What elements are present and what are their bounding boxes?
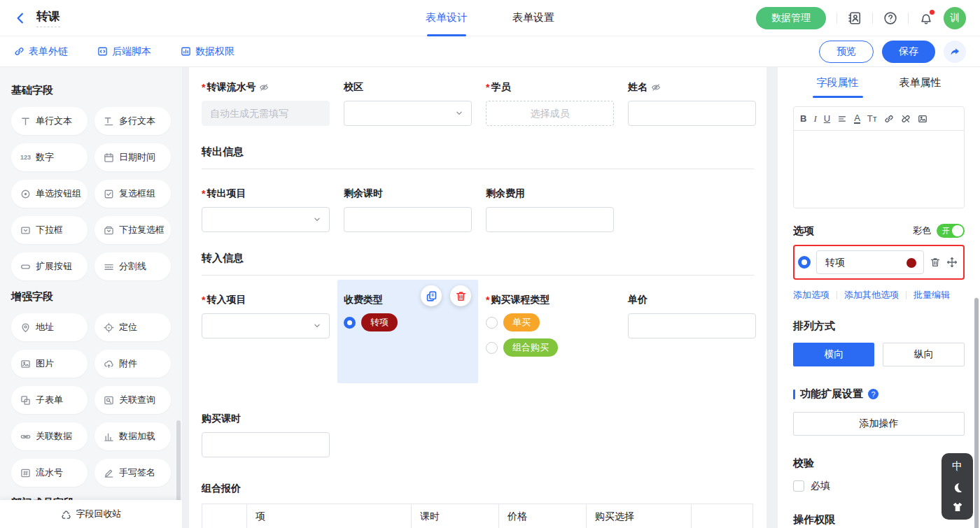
field-remaining-hours[interactable]: 剩余课时 bbox=[344, 187, 472, 232]
sidebar-item-divider[interactable]: 分割线 bbox=[94, 252, 171, 280]
tab-form-design[interactable]: 表单设计 bbox=[426, 0, 468, 36]
sidebar-item-select[interactable]: 下拉框 bbox=[11, 216, 88, 244]
font-size-button[interactable]: Tт bbox=[867, 113, 877, 124]
sidebar-item-checkbox-group[interactable]: 复选框组 bbox=[94, 180, 171, 208]
field-transfer-out-project[interactable]: * 转出项目 bbox=[202, 187, 330, 232]
remaining-hours-input[interactable] bbox=[344, 207, 472, 232]
option-badge-dark-red[interactable]: 转项 bbox=[361, 313, 398, 331]
underline-button[interactable]: U bbox=[824, 113, 830, 124]
field-serial-number[interactable]: * 转课流水号 自动生成无需填写 bbox=[202, 81, 330, 126]
sidebar-item-location[interactable]: 定位 bbox=[94, 313, 171, 341]
option-value-input[interactable]: 转项 bbox=[816, 250, 924, 274]
sidebar-item-image[interactable]: 图片 bbox=[11, 350, 88, 378]
back-icon[interactable] bbox=[14, 12, 27, 24]
delete-option-icon[interactable] bbox=[930, 257, 941, 268]
add-option-link[interactable]: 添加选项 bbox=[793, 289, 830, 301]
required-checkbox[interactable] bbox=[793, 480, 804, 492]
copy-field-button[interactable] bbox=[421, 285, 442, 306]
add-operation-button[interactable]: 添加操作 bbox=[793, 412, 965, 436]
radio-unselected[interactable] bbox=[486, 342, 498, 354]
language-toggle-icon[interactable]: 中 ʻ bbox=[952, 461, 962, 475]
form-title[interactable]: 转课 bbox=[36, 8, 60, 27]
arrangement-horizontal-button[interactable]: 横向 bbox=[793, 343, 874, 366]
save-button[interactable]: 保存 bbox=[882, 41, 935, 63]
sidebar-item-serial-number[interactable]: 流水号 bbox=[11, 459, 88, 487]
field-buy-hours[interactable]: 购买课时 bbox=[202, 413, 330, 457]
sidebar-item-number[interactable]: 123 数字 bbox=[11, 143, 88, 171]
share-button[interactable] bbox=[944, 41, 966, 63]
sidebar-item-extend-button[interactable]: 扩展按钮 bbox=[11, 252, 88, 280]
sidebar-item-single-line-text[interactable]: 单行文本 bbox=[11, 107, 88, 135]
buy-hours-input[interactable] bbox=[202, 432, 330, 457]
transfer-in-project-select[interactable] bbox=[202, 313, 330, 338]
remove-link-icon[interactable] bbox=[901, 114, 911, 124]
unit-price-input[interactable] bbox=[628, 313, 756, 338]
add-other-option-link[interactable]: 添加其他选项 bbox=[844, 289, 899, 301]
align-icon[interactable] bbox=[837, 114, 847, 124]
sidebar-item-signature[interactable]: 手写签名 bbox=[94, 459, 171, 487]
description-textarea[interactable] bbox=[794, 131, 964, 208]
panel-scrollbar[interactable] bbox=[974, 298, 979, 528]
sidebar-item-linked-data[interactable]: 关联数据 bbox=[11, 422, 88, 450]
tab-field-properties[interactable]: 字段属性 bbox=[817, 67, 859, 98]
option-radio[interactable] bbox=[798, 256, 811, 269]
field-combo-quote[interactable]: 组合报价 bbox=[202, 483, 754, 495]
field-transfer-in-project[interactable]: * 转入项目 bbox=[202, 294, 330, 397]
sidebar-item-subform[interactable]: 子表单 bbox=[11, 386, 88, 414]
tab-form-settings[interactable]: 表单设置 bbox=[512, 0, 554, 36]
serial-input[interactable]: 自动生成无需填写 bbox=[202, 101, 330, 126]
insert-image-icon[interactable] bbox=[918, 114, 927, 124]
field-fee-type-selected[interactable]: 收费类型 转项 bbox=[337, 280, 478, 383]
notification-bell-icon[interactable] bbox=[919, 11, 933, 25]
campus-select[interactable] bbox=[344, 101, 472, 126]
sidebar-item-data-load[interactable]: 数据加载 bbox=[94, 422, 171, 450]
sidebar-item-linked-query[interactable]: 关联查询 bbox=[94, 386, 171, 414]
option-badge-orange[interactable]: 单买 bbox=[503, 313, 540, 331]
name-input[interactable] bbox=[628, 101, 756, 126]
data-manage-button[interactable]: 数据管理 bbox=[756, 7, 826, 29]
dark-mode-moon-icon[interactable] bbox=[951, 482, 963, 494]
sidebar-item-attachment[interactable]: 附件 bbox=[94, 350, 171, 378]
data-permission-link[interactable]: 数据权限 bbox=[181, 45, 234, 58]
batch-edit-link[interactable]: 批量编辑 bbox=[913, 289, 950, 301]
tab-form-properties[interactable]: 表单属性 bbox=[899, 67, 941, 98]
font-color-button[interactable]: A bbox=[854, 114, 860, 124]
radio-unselected[interactable] bbox=[486, 317, 498, 329]
help-circle-icon[interactable]: ? bbox=[868, 389, 878, 399]
insert-link-icon[interactable] bbox=[884, 114, 894, 124]
form-external-link[interactable]: 表单外链 bbox=[14, 45, 68, 58]
bold-button[interactable]: B bbox=[800, 113, 806, 124]
field-campus[interactable]: 校区 bbox=[344, 81, 472, 126]
delete-field-button[interactable] bbox=[450, 285, 471, 306]
option-color-dot[interactable] bbox=[906, 258, 916, 268]
avatar[interactable]: 训 bbox=[944, 7, 966, 29]
remaining-fee-input[interactable] bbox=[486, 207, 614, 232]
field-remaining-fee[interactable]: 剩余费用 bbox=[486, 187, 614, 232]
transfer-out-project-select[interactable] bbox=[202, 207, 330, 232]
field-name[interactable]: 姓名 bbox=[628, 81, 756, 126]
section-transfer-out[interactable]: 转出信息 bbox=[202, 145, 754, 169]
student-member-picker[interactable]: 选择成员 bbox=[486, 101, 614, 126]
radio-selected[interactable] bbox=[344, 317, 356, 329]
arrangement-vertical-button[interactable]: 纵向 bbox=[883, 343, 965, 366]
preview-button[interactable]: 预览 bbox=[819, 41, 874, 63]
option-row-highlighted[interactable]: 转项 bbox=[793, 245, 965, 280]
field-student[interactable]: * 学员 选择成员 bbox=[486, 81, 614, 126]
color-toggle[interactable]: 开 bbox=[937, 224, 965, 238]
sidebar-item-multi-line-text[interactable]: 多行文本 bbox=[94, 107, 171, 135]
theme-shirt-icon[interactable] bbox=[952, 501, 963, 513]
sidebar-item-address[interactable]: 地址 bbox=[11, 313, 88, 341]
sidebar-item-radio-group[interactable]: 单选按钮组 bbox=[11, 180, 88, 208]
contact-book-icon[interactable] bbox=[848, 11, 862, 25]
sidebar-item-datetime[interactable]: 日期时间 bbox=[94, 143, 171, 171]
field-course-type[interactable]: * 购买课程类型 单买 组合购买 bbox=[486, 294, 614, 397]
help-icon[interactable] bbox=[883, 11, 897, 25]
backend-script-link[interactable]: 后端脚本 bbox=[97, 45, 151, 58]
sidebar-item-multi-select[interactable]: 下拉复选框 bbox=[94, 216, 171, 244]
field-unit-price[interactable]: 单价 bbox=[628, 294, 756, 397]
field-recycle-bin[interactable]: 字段回收站 bbox=[0, 500, 182, 528]
section-transfer-in[interactable]: 转入信息 bbox=[202, 252, 754, 276]
option-badge-green[interactable]: 组合购买 bbox=[503, 338, 558, 357]
drag-option-icon[interactable] bbox=[946, 257, 958, 268]
italic-button[interactable]: I bbox=[813, 113, 816, 124]
